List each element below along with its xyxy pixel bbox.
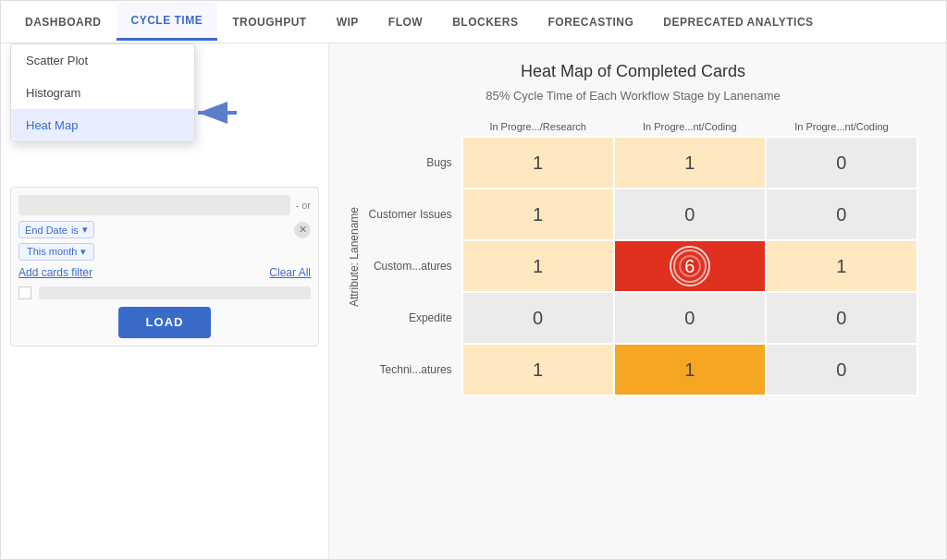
cell-4-0[interactable]: 1 xyxy=(462,344,614,396)
cell-1-1[interactable]: 0 xyxy=(614,189,766,240)
dropdown-scatter-plot[interactable]: Scatter Plot xyxy=(11,44,194,77)
this-month-filter-tag[interactable]: This month ▾ xyxy=(18,243,94,261)
cell-2-1[interactable]: 6 xyxy=(614,240,766,292)
end-date-label: End Date xyxy=(25,225,68,236)
filter-month-row: This month ▾ xyxy=(18,242,311,261)
filter-date-row: End Date is ▾ ✕ xyxy=(18,221,311,238)
end-date-filter-tag[interactable]: End Date is ▾ xyxy=(18,221,94,238)
row-label-3: Expedite xyxy=(366,292,462,344)
dropdown-histogram[interactable]: Histogram xyxy=(11,77,194,109)
filter-section: - or End Date is ▾ ✕ This month ▾ xyxy=(10,187,319,347)
chart-title: Heat Map of Completed Cards xyxy=(521,62,745,81)
nav-dashboard[interactable]: DASHBOARD xyxy=(10,5,117,40)
table-row: Bugs110 xyxy=(366,137,917,189)
chart-subtitle: 85% Cycle Time of Each Workflow Stage by… xyxy=(486,89,780,103)
cell-3-0[interactable]: 0 xyxy=(462,292,614,344)
app-container: DASHBOARD CYCLE TIME TROUGHPUT WIP FLOW … xyxy=(0,0,947,560)
filter-or-label: - or xyxy=(296,200,312,211)
nav-flow[interactable]: FLOW xyxy=(374,5,437,40)
nav-cycle-time[interactable]: CYCLE TIME xyxy=(117,3,218,41)
load-button[interactable]: LOAD xyxy=(118,307,211,338)
cell-0-0[interactable]: 1 xyxy=(462,137,614,189)
chart-type-dropdown: Scatter Plot Histogram Heat Map xyxy=(10,43,195,142)
cell-0-1[interactable]: 1 xyxy=(614,137,766,189)
cell-1-0[interactable]: 1 xyxy=(462,189,614,240)
row-label-2: Custom...atures xyxy=(366,240,462,292)
cell-4-2[interactable]: 0 xyxy=(766,344,917,396)
nav-troughput[interactable]: TROUGHPUT xyxy=(217,5,322,40)
filter-links-row: Add cards filter Clear All xyxy=(18,266,311,279)
dropdown-heat-map[interactable]: Heat Map xyxy=(11,109,194,141)
heatmap-wrapper: Attribute: Lanename In Progre.../Researc… xyxy=(348,117,918,396)
table-row: Expedite000 xyxy=(366,292,917,344)
heatmap-content: In Progre.../Research In Progre...nt/Cod… xyxy=(366,117,918,396)
chart-area: Heat Map of Completed Cards 85% Cycle Ti… xyxy=(329,43,946,559)
filter-input-bar xyxy=(18,195,290,215)
filter-clear-button[interactable]: ✕ xyxy=(294,222,311,238)
cell-0-2[interactable]: 0 xyxy=(766,137,917,189)
sidebar: Scatter Plot Histogram Heat Map xyxy=(1,43,329,559)
filter-checkbox-row xyxy=(18,286,311,299)
row-label-4: Techni...atures xyxy=(366,344,462,396)
main-content: Scatter Plot Histogram Heat Map xyxy=(1,43,946,559)
table-row: Custom...atures161 xyxy=(366,240,917,292)
table-row: Techni...atures110 xyxy=(366,344,917,396)
is-label: is xyxy=(71,225,79,236)
cell-3-2[interactable]: 0 xyxy=(766,292,917,344)
cell-2-0[interactable]: 1 xyxy=(462,240,614,292)
row-label-0: Bugs xyxy=(366,137,462,189)
cell-3-1[interactable]: 0 xyxy=(614,292,766,344)
selection-arrow xyxy=(191,101,240,128)
target-icon: 6 xyxy=(670,246,710,286)
cell-1-2[interactable]: 0 xyxy=(766,189,917,240)
nav-forecasting[interactable]: FORECASTING xyxy=(534,5,649,40)
table-row: Customer Issues100 xyxy=(366,189,917,240)
cell-4-1[interactable]: 1 xyxy=(614,344,766,396)
nav-deprecated[interactable]: DEPRECATED ANALYTICS xyxy=(648,5,828,40)
nav-blockers[interactable]: BLOCKERS xyxy=(437,5,533,40)
top-nav: DASHBOARD CYCLE TIME TROUGHPUT WIP FLOW … xyxy=(1,1,946,43)
filter-checkbox[interactable] xyxy=(18,286,31,299)
this-month-label: This month xyxy=(27,246,77,257)
month-dropdown-arrow[interactable]: ▾ xyxy=(80,246,86,258)
y-axis-label: Attribute: Lanename xyxy=(348,207,361,307)
cell-2-2[interactable]: 1 xyxy=(766,240,917,292)
filter-checkbox-bar xyxy=(39,286,311,299)
clear-all-link[interactable]: Clear All xyxy=(269,266,311,279)
col-header-2: In Progre...nt/Coding xyxy=(766,117,917,137)
row-label-1: Customer Issues xyxy=(366,189,462,240)
heatmap-grid: In Progre.../Research In Progre...nt/Cod… xyxy=(366,117,918,396)
col-header-0: In Progre.../Research xyxy=(462,117,614,137)
add-cards-filter-link[interactable]: Add cards filter xyxy=(18,266,92,279)
nav-wip[interactable]: WIP xyxy=(322,5,374,40)
col-header-1: In Progre...nt/Coding xyxy=(614,117,766,137)
end-date-dropdown-arrow[interactable]: ▾ xyxy=(82,224,88,236)
